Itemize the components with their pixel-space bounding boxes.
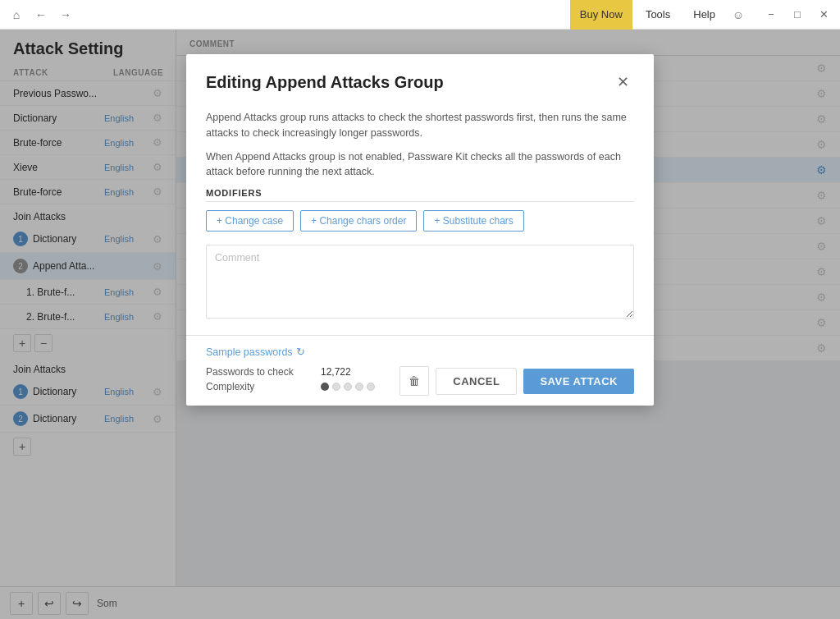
sample-passwords-link[interactable]: Sample passwords ↻ — [206, 346, 305, 358]
dot-5 — [367, 383, 375, 391]
title-bar: ⌂ ← → Buy Now Tools Help ☺ − □ ✕ — [0, 0, 840, 30]
back-button[interactable]: ← — [31, 5, 51, 25]
footer-bottom: Passwords to check 12,722 Complexity — [206, 366, 634, 396]
dot-2 — [332, 383, 340, 391]
complexity-row: Complexity — [206, 381, 399, 392]
modifiers-row: + Change case + Change chars order + Sub… — [206, 210, 634, 232]
forward-button[interactable]: → — [56, 5, 75, 25]
substitute-chars-button[interactable]: + Substitute chars — [423, 210, 523, 232]
emoji-icon: ☺ — [728, 5, 748, 25]
comment-input[interactable] — [206, 245, 634, 319]
passwords-to-check-label: Passwords to check — [206, 366, 321, 378]
footer-top: Sample passwords ↻ — [206, 346, 634, 358]
menu-buy-now[interactable]: Buy Now — [570, 0, 632, 30]
change-case-button[interactable]: + Change case — [206, 210, 294, 232]
nav-buttons: ⌂ ← → — [7, 5, 75, 25]
dot-3 — [344, 383, 352, 391]
modal-description-2: When Append Attacks group is not enabled… — [206, 149, 634, 181]
modal-description-1: Append Attacks group runs attacks to che… — [206, 110, 634, 141]
passwords-to-check-value: 12,722 — [321, 366, 351, 378]
delete-button[interactable]: 🗑 — [399, 366, 429, 396]
menu-bar: Buy Now Tools Help ☺ − □ ✕ — [570, 0, 833, 30]
complexity-label: Complexity — [206, 381, 321, 392]
passwords-to-check-row: Passwords to check 12,722 — [206, 366, 399, 378]
complexity-dots — [321, 383, 375, 391]
dot-1 — [321, 383, 329, 391]
menu-tools[interactable]: Tools — [636, 0, 680, 30]
footer-actions: 🗑 CANCEL SAVE ATTACK — [399, 366, 634, 396]
modal-title: Editing Append Attacks Group — [206, 73, 444, 92]
home-button[interactable]: ⌂ — [7, 5, 26, 25]
minimize-button[interactable]: − — [761, 5, 781, 25]
modal-header: Editing Append Attacks Group ✕ — [186, 54, 654, 107]
restore-button[interactable]: □ — [788, 5, 807, 25]
close-button[interactable]: ✕ — [814, 5, 833, 25]
window-controls: − □ ✕ — [761, 5, 833, 25]
modal-footer: Sample passwords ↻ Passwords to check 12… — [186, 335, 654, 406]
footer-stats: Passwords to check 12,722 Complexity — [206, 366, 399, 396]
modal-dialog: Editing Append Attacks Group ✕ Append At… — [186, 54, 654, 406]
save-attack-button[interactable]: SAVE ATTACK — [523, 369, 634, 394]
modal-body: Append Attacks group runs attacks to che… — [186, 107, 654, 335]
sample-passwords-label: Sample passwords — [206, 346, 293, 358]
dot-4 — [355, 383, 363, 391]
change-chars-order-button[interactable]: + Change chars order — [300, 210, 417, 232]
menu-help[interactable]: Help — [683, 0, 725, 30]
refresh-icon: ↻ — [296, 346, 305, 358]
main-content: Attack Setting ATTACK LANGUAGE Previous … — [0, 30, 840, 619]
cancel-button[interactable]: CANCEL — [436, 368, 517, 395]
modifiers-label: MODIFIERS — [206, 188, 634, 202]
modal-overlay: Editing Append Attacks Group ✕ Append At… — [0, 30, 840, 619]
modal-close-button[interactable]: ✕ — [611, 71, 634, 94]
